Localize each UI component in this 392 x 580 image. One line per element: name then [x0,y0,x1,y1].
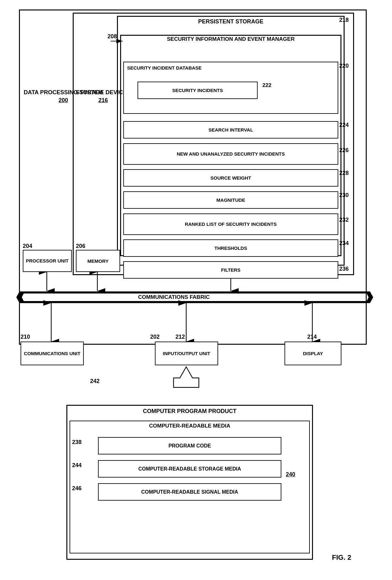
svg-marker-12 [174,367,199,387]
processor-unit-box: PROCESSOR UNIT [23,250,72,272]
ref-244: 244 [72,462,82,469]
ref-240: 240 [286,471,295,478]
source-weight-box: SOURCE WEIGHT [123,169,338,187]
crsgm-box: COMPUTER-READABLE SIGNAL MEDIA [98,483,281,501]
persistent-storage-title: PERSISTENT STORAGE [117,18,345,25]
search-interval-box: SEARCH INTERVAL [123,121,338,139]
ref-208: 208 [107,33,117,40]
cpp-title: COMPUTER PROGRAM PRODUCT [66,408,313,415]
ref-224: 224 [339,122,349,128]
ref-228: 228 [339,170,349,176]
thresholds-box: THRESHOLDS [123,239,338,257]
ref-232: 232 [339,217,349,223]
crsm-box: COMPUTER-READABLE STORAGE MEDIA [98,460,281,478]
security-incidents-box: SECURITY INCIDENTS [138,82,258,99]
ref-234: 234 [339,240,349,247]
diagram-container: DATA PROCESSING SYSTEM 200 STORAGE DEVIC… [0,0,392,580]
ref-220: 220 [339,63,349,69]
ref-222: 222 [262,82,271,89]
display-box: DISPLAY [285,342,341,365]
ranked-list-box: RANKED LIST OF SECURITY INCIDENTS [123,213,338,235]
ref-212: 212 [175,334,185,340]
ref-238: 238 [72,439,82,446]
ref-202: 202 [150,334,160,340]
comm-fabric-label: COMMUNICATIONS FABRIC [111,294,237,300]
crm-title: COMPUTER-READABLE MEDIA [70,423,310,429]
memory-box: MEMORY [76,250,120,272]
ref-246: 246 [72,485,82,492]
sid-label: SECURITY INCIDENT DATABASE [127,65,202,71]
ref-236: 236 [339,266,349,272]
ref-210: 210 [21,334,30,340]
siem-title: SECURITY INFORMATION AND EVENT MANAGER [120,36,341,43]
ref-218: 218 [339,17,349,23]
magnitude-box: MAGNITUDE [123,191,338,209]
new-unanalyzed-box: NEW AND UNANALYZED SECURITY INCIDENTS [123,143,338,165]
program-code-box: PROGRAM CODE [98,437,281,454]
ref-206: 206 [76,243,85,250]
ref-230: 230 [339,192,349,199]
ref-214: 214 [307,334,317,340]
comm-unit-box: COMMUNICATIONS UNIT [21,342,84,365]
ref-204: 204 [23,243,32,250]
filters-box: FILTERS [123,261,338,279]
fig-label: FIG. 2 [332,553,351,562]
ref-226: 226 [339,147,349,154]
io-unit-box: INPUT/OUTPUT UNIT [155,342,218,365]
ref-242: 242 [90,378,100,385]
